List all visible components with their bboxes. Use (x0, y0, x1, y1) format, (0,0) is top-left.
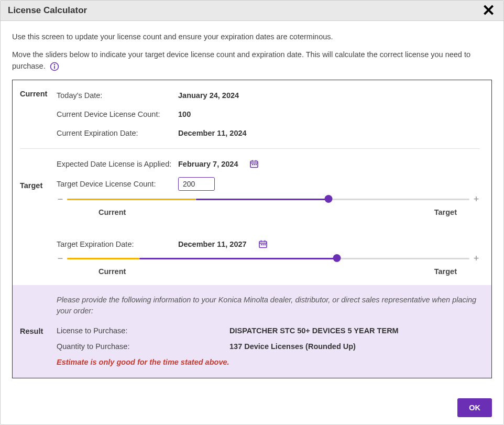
slider-plus-icon[interactable]: + (473, 194, 480, 205)
section-label-current: Current (20, 90, 57, 139)
section-label-target: Target (20, 158, 57, 276)
slider-target-label: Target (434, 208, 457, 216)
slider-track[interactable] (67, 255, 469, 262)
license-to-purchase-value: DISPATCHER STC 50+ DEVICES 5 YEAR TERM (229, 326, 399, 335)
current-count-value: 100 (178, 110, 191, 118)
section-current-content: Today's Date: January 24, 2024 Current D… (57, 90, 480, 139)
license-calculator-dialog: License Calculator ✕ Use this screen to … (0, 0, 504, 425)
section-label-result: Result (20, 295, 57, 367)
intro-text-2-content: Move the sliders below to indicate your … (12, 50, 470, 70)
section-target: Target Expected Date License is Applied:… (13, 149, 491, 285)
slider-minus-icon[interactable]: − (57, 253, 64, 264)
ok-button[interactable]: OK (457, 398, 492, 417)
target-expiry-value: December 11, 2027 (178, 240, 247, 248)
current-count-label: Current Device License Count: (57, 110, 178, 118)
slider-current-label: Current (98, 267, 126, 276)
intro-text-2: Move the sliders below to indicate your … (12, 49, 492, 72)
slider-target-label: Target (434, 267, 457, 276)
intro-text-1: Use this screen to update your license c… (12, 32, 492, 41)
slider-track[interactable] (67, 195, 469, 203)
current-expiry-label: Current Expiration Date: (57, 129, 178, 137)
target-count-label: Target Device License Count: (57, 180, 178, 188)
dialog-body: Use this screen to update your license c… (1, 21, 503, 424)
quantity-to-purchase-label: Quantity to Purchase: (57, 342, 229, 351)
dialog-titlebar: License Calculator ✕ (1, 1, 503, 21)
target-expiry-label: Target Expiration Date: (57, 240, 178, 248)
svg-rect-8 (254, 164, 255, 165)
license-to-purchase-label: License to Purchase: (57, 326, 229, 335)
section-result: Result Please provide the following info… (13, 285, 491, 378)
slider-plus-icon[interactable]: + (473, 253, 480, 264)
calendar-icon[interactable] (258, 239, 268, 249)
calculator-panel: Current Today's Date: January 24, 2024 C… (12, 80, 492, 379)
calendar-icon[interactable] (249, 159, 259, 169)
result-note: Please provide the following information… (57, 295, 480, 318)
svg-point-1 (54, 64, 55, 65)
slider-thumb[interactable] (333, 254, 341, 262)
target-count-slider[interactable]: − + Current Target (57, 194, 480, 216)
result-disclaimer: Estimate is only good for the time state… (57, 358, 480, 366)
svg-rect-15 (262, 244, 264, 245)
svg-rect-7 (252, 164, 253, 165)
applied-date-label: Expected Date License is Applied: (57, 160, 178, 168)
section-target-content: Expected Date License is Applied: Februa… (57, 158, 480, 276)
close-button[interactable]: ✕ (481, 5, 496, 16)
today-date-label: Today's Date: (57, 91, 178, 100)
close-icon: ✕ (482, 2, 495, 19)
dialog-footer: OK (12, 389, 492, 417)
svg-rect-9 (256, 164, 257, 165)
slider-minus-icon[interactable]: − (57, 194, 64, 205)
slider-thumb[interactable] (325, 195, 333, 203)
info-icon[interactable] (50, 62, 59, 71)
current-expiry-value: December 11, 2024 (178, 129, 247, 137)
quantity-to-purchase-value: 137 Device Licenses (Rounded Up) (229, 342, 356, 351)
section-result-content: Please provide the following information… (57, 295, 480, 367)
svg-rect-14 (261, 244, 262, 245)
today-date-value: January 24, 2024 (178, 91, 239, 100)
svg-rect-2 (54, 66, 55, 69)
target-expiry-slider[interactable]: − + Current Target (57, 253, 480, 276)
svg-rect-16 (264, 244, 265, 245)
dialog-title: License Calculator (8, 5, 87, 16)
applied-date-value: February 7, 2024 (178, 160, 238, 168)
slider-current-label: Current (98, 208, 126, 216)
target-count-input[interactable] (178, 177, 215, 191)
section-current: Current Today's Date: January 24, 2024 C… (20, 80, 480, 149)
